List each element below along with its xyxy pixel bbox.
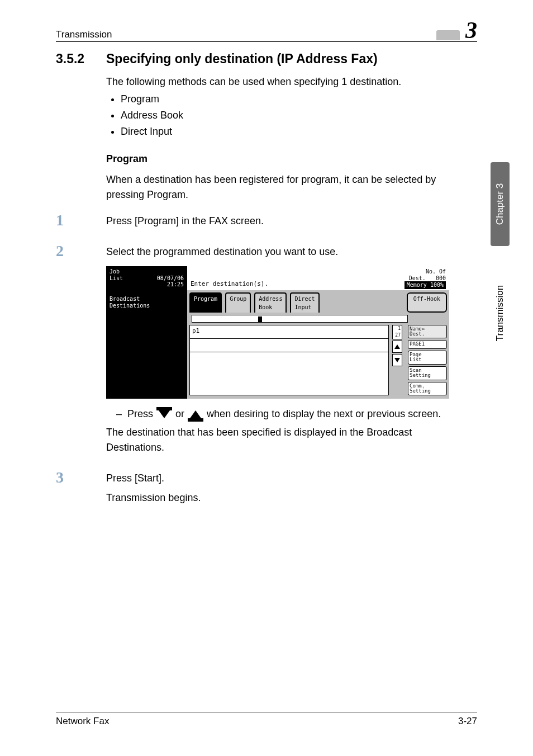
step-2-sub-mid: or [175,408,184,419]
btn-comm-setting[interactable]: Comm. Setting [408,382,447,396]
step-1-body: Press [Program] in the FAX screen. [106,212,466,233]
footer-right: 3-27 [458,716,477,727]
program-row[interactable]: p1 [190,325,388,339]
panel-datetime: 08/07/06 21:25 [157,275,184,288]
step-3: 3 Press [Start]. Transmission begins. [56,470,466,510]
intro-text: The following methods can be used when s… [106,74,466,89]
footer-left: Network Fax [56,716,109,727]
panel-memory: Memory 100% [404,281,446,289]
scroll-down-button[interactable] [392,354,402,366]
main-content: 3.5.2 Specifying only destination (IP Ad… [56,51,466,516]
step-3-text-b: Transmission begins. [106,490,466,505]
heading-number: 3.5.2 [56,51,95,67]
side-tab-chapter-label: Chapter 3 [494,183,506,225]
panel-right-buttons: Name↔ Dest. PAGE1 Page List Scan Setting… [408,325,447,396]
methods-list: Program Address Book Direct Input [106,92,466,139]
arrow-down-icon [159,410,170,418]
tab-off-hook[interactable]: Off-Hook [407,292,447,313]
tab-program[interactable]: Program [189,292,222,313]
panel-dest-value: 000 [436,275,446,281]
panel-tab-row: Program Group Address Book Direct Input … [189,292,447,313]
btn-page-list[interactable]: Page List [408,351,447,365]
header-right-group: 3 [436,21,477,40]
side-tab-section-label: Transmission [494,285,506,341]
step-2-subbullet: – Press or when desiring to display the … [116,407,466,422]
method-item: Address Book [121,108,466,123]
tab-group[interactable]: Group [225,292,251,313]
program-desc: When a destination has been registered f… [106,172,466,202]
panel-program-rows: p1 [189,325,389,396]
scroll-up-button[interactable] [392,341,402,353]
panel-side: Broadcast Destinations [106,290,187,399]
step-2-sub-text: Press or when desiring to display the ne… [127,407,441,422]
panel-program-area: p1 1 27 Name↔ Dest. [189,325,447,396]
step-2-text: Select the programmed destination you wa… [106,244,466,259]
intro-block: The following methods can be used when s… [106,74,466,202]
tab-address-book[interactable]: Address Book [254,292,287,313]
program-row[interactable] [190,339,388,352]
btn-name-dest[interactable]: Name↔ Dest. [408,325,447,339]
panel-title-right: No. Of Dest. 000 Memory 100% [404,268,446,289]
program-entry: p1 [190,325,202,338]
page-header: Transmission 3 [56,21,477,42]
header-section-label: Transmission [56,29,112,40]
step-1-number: 1 [56,212,92,233]
panel-job-tab[interactable]: Job List 08/07/06 21:25 [106,266,187,290]
step-3-number: 3 [56,470,92,510]
step-3-text-a: Press [Start]. [106,471,466,486]
step-2-sub-post: when desiring to display the next or pre… [207,408,441,419]
step-1-text: Press [Program] in the FAX screen. [106,214,466,229]
step-2: 2 Select the programmed destination you … [56,243,466,460]
header-chapter-number: 3 [463,21,477,40]
program-row[interactable] [190,352,388,366]
panel-title-area: Enter destination(s). No. Of Dest. 000 M… [187,266,449,290]
method-item: Program [121,92,466,107]
panel-fraction: 1 27 [392,325,402,339]
step-2-number: 2 [56,243,92,460]
step-2-note: The destination that has been specified … [106,425,466,455]
panel-main: Program Group Address Book Direct Input … [187,290,449,399]
header-tab-stub [436,30,460,40]
method-item: Direct Input [121,124,466,139]
fax-panel: Job List 08/07/06 21:25 Enter destinatio… [106,266,449,399]
panel-side-line2: Destinations [110,303,150,309]
panel-mid: Broadcast Destinations Program Group Add… [106,290,449,399]
arrow-up-icon [190,410,201,418]
panel-job-line2: List [110,275,123,281]
btn-scan-setting[interactable]: Scan Setting [408,366,447,380]
side-tab-chapter: Chapter 3 [491,162,510,246]
panel-entry-field[interactable] [192,315,408,323]
panel-scroll: 1 27 [392,325,402,396]
dash-icon: – [116,407,122,422]
panel-title: Enter destination(s). [191,280,268,289]
panel-side-line1: Broadcast [110,296,140,302]
page-footer: Network Fax 3-27 [56,712,477,727]
panel-date: 08/07/06 [157,275,184,281]
step-2-sub-pre: Press [127,408,153,419]
step-3-body: Press [Start]. Transmission begins. [106,470,466,510]
panel-top: Job List 08/07/06 21:25 Enter destinatio… [106,266,449,290]
step-2-body: Select the programmed destination you wa… [106,243,466,460]
btn-page1[interactable]: PAGE1 [408,340,447,348]
panel-time: 21:25 [167,281,184,287]
panel-job-line1: Job [110,268,120,275]
side-tab-section: Transmission [491,257,510,369]
heading: 3.5.2 Specifying only destination (IP Ad… [56,51,466,67]
step-1: 1 Press [Program] in the FAX screen. [56,212,466,233]
tab-direct-input[interactable]: Direct Input [290,292,319,313]
program-subheading: Program [106,152,466,167]
heading-title: Specifying only destination (IP Address … [106,51,378,67]
